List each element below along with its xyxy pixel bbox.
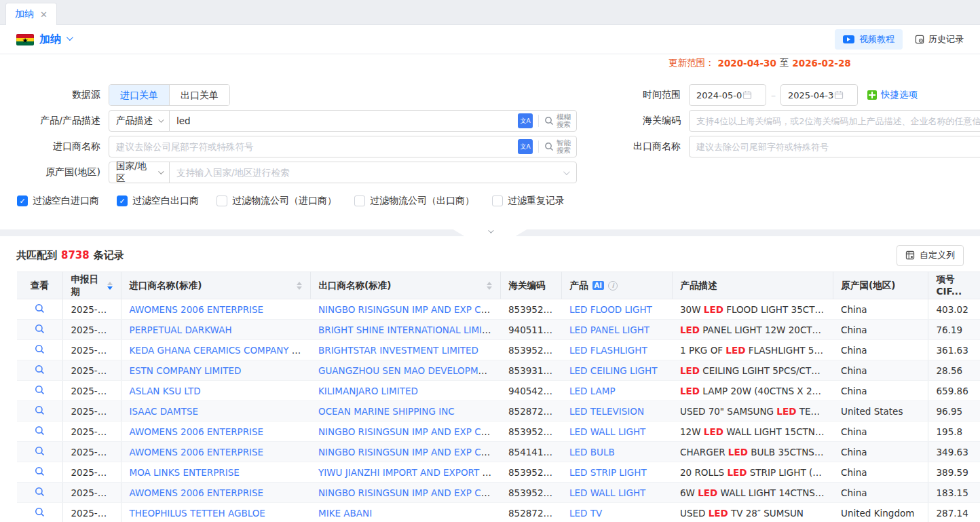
history-button[interactable]: 历史记录 — [915, 33, 964, 45]
checkbox-icon[interactable] — [354, 195, 365, 206]
close-icon[interactable]: ✕ — [40, 10, 48, 19]
product-link[interactable]: LED CEILING LIGHT — [569, 365, 657, 376]
importer-link[interactable]: AWOMENS 2006 ENTERPRISE — [130, 447, 264, 458]
importer-link[interactable]: MOA LINKS ENTERPRISE — [130, 467, 240, 478]
exporter-link[interactable]: BRIGHTSTAR INVESTMENT LIMITED — [318, 345, 478, 356]
product-link[interactable]: LED LAMP — [569, 386, 616, 396]
checkbox-icon[interactable] — [17, 195, 28, 206]
view-record-button[interactable] — [35, 405, 45, 417]
sort-icon[interactable] — [107, 282, 113, 290]
product-link[interactable]: LED FLASHLIGHT — [569, 345, 647, 356]
exporter-link[interactable]: YIWU JIANZHI IMPORT AND EXPORT CO LTD — [318, 467, 500, 478]
date-cell: 2025-04-30 — [62, 401, 121, 422]
importer-cell: AWOMENS 2006 ENTERPRISE — [121, 422, 310, 442]
fuzzy-search-label: 模糊搜索 — [557, 113, 571, 128]
smart-search-button[interactable]: 智能搜索 — [544, 139, 571, 154]
filter-checkbox[interactable]: 过滤重复记录 — [492, 195, 565, 207]
col-header-cif[interactable]: 项号CIF... — [928, 272, 980, 299]
importer-link[interactable]: THEOPHILUS TETTEH AGBLOE — [130, 508, 265, 519]
importer-link[interactable]: ESTN COMPANY LIMITED — [130, 365, 242, 376]
chevron-down-icon[interactable] — [67, 34, 73, 41]
importer-link[interactable]: ASLAN KSU LTD — [130, 386, 201, 396]
checkbox-icon[interactable] — [492, 195, 503, 206]
view-record-button[interactable] — [35, 344, 45, 356]
info-icon[interactable]: i — [608, 281, 618, 291]
importer-link[interactable]: AWOMENS 2006 ENTERPRISE — [130, 487, 264, 498]
product-link[interactable]: LED TELEVISION — [569, 406, 644, 417]
page-title[interactable]: 加纳 — [39, 33, 61, 47]
view-record-button[interactable] — [35, 487, 45, 499]
hs-code-cell: 8528729000 — [500, 503, 561, 522]
product-link[interactable]: LED WALL LIGHT — [569, 487, 645, 498]
exporter-cell: NINGBO RISINGSUN IMP AND EXP CP LTD — [310, 483, 500, 503]
hs-code-input[interactable] — [689, 110, 980, 132]
product-link[interactable]: LED BULB — [569, 447, 615, 458]
view-record-button[interactable] — [35, 507, 45, 519]
view-cell — [17, 442, 62, 462]
product-link[interactable]: LED TV — [569, 508, 602, 519]
sort-icon[interactable] — [481, 282, 492, 290]
translate-icon[interactable]: 文A — [518, 139, 533, 154]
description-cell: USED LED TV 28″ SUMSUN — [672, 503, 833, 522]
origin-cell: China — [833, 462, 928, 483]
importer-link[interactable]: ISAAC DAMTSE — [130, 406, 199, 417]
quick-options-button[interactable]: 快捷选项 — [867, 89, 918, 101]
exporter-link[interactable]: NINGBO RISINGSUN IMP AND EXP CP LTD — [318, 304, 500, 315]
tab-export-customs[interactable]: 出口关单 — [169, 85, 229, 105]
filter-checkbox[interactable]: 过滤空白进口商 — [17, 195, 99, 207]
exporter-link[interactable]: KILIMANJARO LIMITED — [318, 386, 418, 396]
col-header-importer[interactable]: 进口商名称(标准) — [121, 272, 310, 299]
end-date-input[interactable] — [780, 84, 858, 106]
filter-checkbox[interactable]: 过滤物流公司（出口商） — [354, 195, 474, 207]
view-record-button[interactable] — [35, 324, 45, 336]
product-search-input[interactable] — [170, 111, 518, 130]
view-record-button[interactable] — [35, 426, 45, 438]
filter-checkbox[interactable]: 过滤物流公司（进口商） — [216, 195, 337, 207]
filter-checkbox[interactable]: 过滤空白出口商 — [117, 195, 199, 207]
origin-country-select[interactable] — [169, 162, 577, 183]
end-date-value[interactable] — [781, 90, 834, 100]
exporter-link[interactable]: NINGBO RISINGSUN IMP AND EXP CP LTD — [318, 426, 500, 437]
product-link[interactable]: LED FLOOD LIGHT — [569, 304, 652, 315]
product-type-select[interactable]: 产品描述 — [109, 110, 170, 132]
exporter-link[interactable]: OCEAN MARINE SHIPPING INC — [318, 406, 455, 417]
sort-icon[interactable] — [291, 282, 302, 290]
date-separator: – — [771, 90, 776, 100]
origin-country-input[interactable] — [170, 167, 563, 178]
view-record-button[interactable] — [35, 303, 45, 316]
exporter-link[interactable]: GUANGZHOU SEN MAO DEVELOPMENT C... — [318, 365, 500, 376]
importer-link[interactable]: AWOMENS 2006 ENTERPRISE — [130, 304, 264, 315]
origin-type-value: 国家/地区 — [116, 160, 153, 185]
checkbox-icon[interactable] — [216, 195, 227, 206]
tab-import-customs[interactable]: 进口关单 — [109, 85, 169, 105]
importer-link[interactable]: PERPETUAL DARKWAH — [130, 324, 232, 335]
origin-cell: China — [833, 422, 928, 442]
exporter-input[interactable] — [689, 136, 980, 157]
product-link[interactable]: LED STRIP LIGHT — [569, 467, 647, 478]
tab-ghana[interactable]: 加纳 ✕ — [5, 3, 57, 25]
view-record-button[interactable] — [35, 365, 45, 377]
col-header-exporter[interactable]: 出口商名称(标准) — [310, 272, 500, 299]
exporter-link[interactable]: BRIGHT SHINE INTERNATIONAL LIMITED — [318, 324, 500, 335]
view-record-button[interactable] — [35, 446, 45, 458]
video-tutorial-button[interactable]: 视频教程 — [835, 29, 903, 50]
product-link[interactable]: LED WALL LIGHT — [569, 426, 645, 437]
checkbox-icon[interactable] — [117, 195, 128, 206]
importer-input[interactable] — [109, 137, 518, 156]
importer-link[interactable]: AWOMENS 2006 ENTERPRISE — [130, 426, 264, 437]
fuzzy-search-button[interactable]: 模糊搜索 — [544, 113, 571, 128]
chevron-down-icon — [158, 168, 164, 174]
exporter-link[interactable]: NINGBO RISINGSUN IMP AND EXP CP LTD — [318, 447, 500, 458]
view-record-button[interactable] — [35, 466, 45, 479]
origin-type-select[interactable]: 国家/地区 — [109, 162, 170, 183]
translate-icon[interactable]: 文A — [518, 113, 533, 128]
customize-columns-button[interactable]: 自定义列 — [897, 245, 964, 266]
view-record-button[interactable] — [35, 385, 45, 397]
exporter-link[interactable]: NINGBO RISINGSUN IMP AND EXP CP LTD — [318, 487, 500, 498]
start-date-value[interactable] — [690, 90, 742, 100]
start-date-input[interactable] — [689, 84, 766, 106]
product-link[interactable]: LED PANEL LIGHT — [569, 324, 649, 335]
importer-link[interactable]: KEDA GHANA CERAMICS COMPANY LIMITED — [130, 345, 311, 356]
exporter-link[interactable]: MIKE ABANI — [318, 508, 372, 519]
col-header-date[interactable]: 申报日期 — [62, 272, 121, 299]
